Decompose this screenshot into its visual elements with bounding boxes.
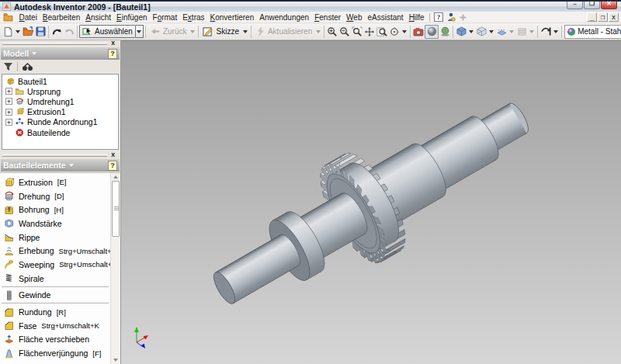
save-button[interactable] — [34, 25, 47, 39]
find-icon[interactable] — [22, 62, 33, 71]
tree-item-bauteilende[interactable]: Bauteilende — [2, 127, 118, 137]
elements-panel-help-icon[interactable]: ? — [108, 161, 117, 171]
mdi-restore-button[interactable]: ❐ — [598, 12, 608, 22]
tree-item-extrusion1[interactable]: +Extrusion1 — [2, 107, 118, 117]
menu-ansicht[interactable]: Ansicht — [83, 12, 114, 23]
tree-item-ursprung[interactable]: +Ursprung — [2, 86, 118, 96]
zoom-in-button[interactable] — [326, 25, 338, 39]
update-dropdown[interactable] — [314, 25, 322, 38]
menu-format[interactable]: Format — [150, 12, 180, 23]
view-cube-dropdown[interactable] — [467, 25, 475, 38]
close-button[interactable]: ✕ — [601, 2, 617, 9]
element-item-wandstärke[interactable]: Wandstärke — [0, 217, 110, 231]
material-select[interactable]: Metall - Stahl — [564, 25, 621, 39]
section-view-dropdown[interactable] — [508, 25, 515, 38]
menu-web[interactable]: Web — [344, 12, 365, 23]
main-toolbar: Auswählen Zurück Skizze Aktualisieren — [0, 23, 621, 40]
elements-panel-grab-bar[interactable]: x — [0, 153, 120, 158]
element-item-fläche-verschieben[interactable]: Fläche verschieben — [0, 333, 110, 347]
shadow-display-button[interactable] — [439, 25, 451, 39]
element-item-fase[interactable]: FaseStrg+Umschalt+K — [0, 319, 110, 333]
undo-button[interactable] — [50, 25, 63, 39]
add-icon[interactable] — [459, 13, 467, 22]
circpattern-icon — [15, 117, 25, 127]
restore-button[interactable]: ❐ — [584, 2, 600, 9]
element-item-rundung[interactable]: Rundung[R] — [0, 305, 110, 319]
element-item-sweeping[interactable]: SweepingStrg+Umschalt+S — [0, 258, 110, 272]
elements-scrollbar[interactable] — [110, 173, 120, 364]
menu-einfügen[interactable]: Einfügen — [114, 12, 150, 23]
zoom-window-button[interactable] — [351, 25, 363, 39]
view-cube-button[interactable] — [455, 25, 467, 39]
model-panel-close-icon[interactable]: x — [109, 40, 116, 47]
select-button[interactable]: Auswählen — [79, 25, 136, 38]
menu-bearbeiten[interactable]: Bearbeiten — [40, 12, 82, 23]
new-file-dropdown[interactable] — [14, 25, 22, 38]
help-topics-icon[interactable]: ? — [434, 12, 443, 22]
component-align-button[interactable] — [539, 25, 552, 39]
tree-item-umdrehung1[interactable]: +Umdrehung1 — [2, 96, 118, 106]
coordinate-triad — [126, 324, 157, 355]
scroll-up-icon[interactable] — [113, 175, 118, 179]
tree-item-runde-anordnung1[interactable]: +Runde Anordnung1 — [2, 117, 118, 127]
bohrung-icon — [4, 205, 14, 215]
redo-button[interactable] — [63, 25, 75, 39]
sketch-button[interactable]: Skizze — [200, 25, 241, 38]
tree-item-bauteil1[interactable]: Bauteil1 — [2, 76, 118, 86]
scroll-down-icon[interactable] — [113, 359, 118, 362]
new-file-button[interactable] — [2, 25, 14, 39]
analysis-button[interactable] — [515, 25, 528, 39]
menu-eassistant[interactable]: eAssistant — [365, 12, 406, 23]
element-item-spirale[interactable]: Spirale — [0, 272, 110, 286]
update-button[interactable]: Aktualisieren — [253, 25, 314, 38]
tree-expander-icon[interactable]: + — [5, 88, 12, 95]
element-item-gewinde[interactable]: Gewinde — [0, 289, 110, 303]
menu-hilfe[interactable]: Hilfe — [406, 12, 427, 23]
model-panel-help-icon[interactable]: ? — [108, 49, 117, 59]
analysis-dropdown[interactable] — [528, 25, 536, 38]
zoom-selected-button[interactable] — [376, 25, 388, 39]
return-dropdown[interactable] — [189, 25, 196, 38]
element-item-bohrung[interactable]: Bohrung[H] — [0, 203, 110, 217]
mdi-minimize-button[interactable]: _ — [587, 12, 597, 22]
shaft-with-gear-model[interactable] — [121, 41, 620, 364]
filter-icon[interactable] — [3, 62, 13, 71]
element-item-drehung[interactable]: Drehung[D] — [0, 189, 110, 203]
file-menu-icon[interactable] — [3, 12, 13, 22]
menu-anwendungen[interactable]: Anwendungen — [257, 12, 312, 23]
shaded-display-button[interactable] — [425, 25, 439, 39]
element-item-flächenverjüngung[interactable]: Flächenverjüngung[F] — [0, 346, 110, 360]
elements-panel-header[interactable]: Bauteilelemente ? — [1, 159, 120, 172]
pan-button[interactable] — [363, 25, 376, 39]
section-view-button[interactable] — [495, 25, 508, 39]
minimize-button[interactable]: – — [567, 2, 583, 9]
model-panel-grab-bar[interactable]: x — [0, 41, 120, 47]
return-button[interactable]: Zurück — [147, 25, 189, 38]
element-item-rippe[interactable]: Rippe — [0, 231, 110, 244]
menu-konvertieren[interactable]: Konvertieren — [207, 12, 257, 23]
model-viewport[interactable] — [121, 40, 621, 364]
mdi-close-button[interactable]: x — [609, 12, 619, 22]
orbit-button[interactable] — [388, 25, 401, 39]
menu-extras[interactable]: Extras — [180, 12, 207, 23]
tree-expander-icon[interactable]: + — [5, 98, 12, 105]
model-panel-header[interactable]: Modell ? — [1, 47, 120, 60]
menu-datei[interactable]: Datei — [16, 12, 40, 23]
scroll-thumb[interactable] — [112, 181, 120, 237]
look-at-button[interactable] — [412, 25, 425, 39]
elements-panel-close-icon[interactable]: x — [109, 151, 116, 158]
element-item-extrusion[interactable]: Extrusion[E] — [0, 175, 110, 189]
tree-expander-icon[interactable]: + — [5, 119, 12, 126]
element-item-erhebung[interactable]: ErhebungStrg+Umschalt+L — [0, 244, 110, 258]
tree-expander-icon[interactable]: + — [5, 109, 12, 116]
wireframe-cube-button[interactable] — [475, 25, 487, 39]
menu-fenster[interactable]: Fenster — [312, 12, 344, 23]
open-button[interactable] — [22, 25, 34, 39]
component-align-dropdown[interactable] — [552, 25, 560, 38]
select-dropdown[interactable] — [136, 25, 144, 38]
wireframe-cube-dropdown[interactable] — [487, 25, 495, 38]
orbit-dropdown[interactable] — [401, 25, 408, 38]
assistant-icon[interactable] — [446, 12, 456, 22]
zoom-out-button[interactable] — [338, 25, 351, 39]
sketch-dropdown[interactable] — [241, 25, 249, 38]
